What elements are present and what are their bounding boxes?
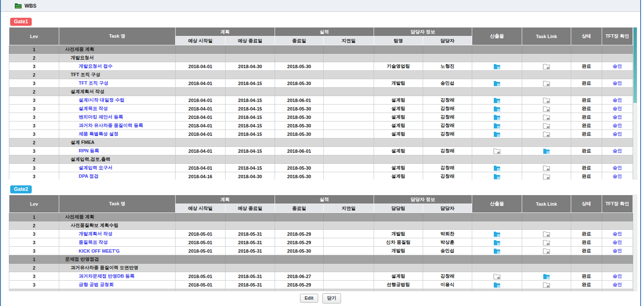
- col-header-status: 상태: [571, 195, 602, 213]
- gray-folder-icon[interactable]: [543, 231, 550, 237]
- blue-folder-icon[interactable]: [493, 231, 501, 237]
- col-header-actual-end: 종료일: [275, 204, 324, 213]
- approve-link[interactable]: 승인: [613, 174, 622, 179]
- table-row: 3개발요청서 접수2018-04-012018-04-302018-05-30기…: [9, 62, 633, 71]
- task-name-link[interactable]: 개발요청서 접수: [79, 63, 113, 69]
- vertical-scrollbar[interactable]: [633, 195, 637, 291]
- task-name-link[interactable]: 과거차문제점 반영DB 등록: [79, 273, 135, 278]
- task-name-link[interactable]: KICK OFF MEET'G: [79, 248, 120, 254]
- owner-cell: [423, 155, 472, 164]
- green-folder-icon: [15, 3, 22, 8]
- col-header-plan-start: 예상 시작일: [176, 204, 226, 213]
- tft-confirm-cell: [602, 264, 633, 272]
- delay-cell: [324, 96, 374, 105]
- task-link-cell: [522, 130, 571, 138]
- actual-end-cell: 2018-06-01: [275, 147, 324, 155]
- gray-folder-icon[interactable]: [543, 174, 550, 179]
- wbs-table: LevTask 명계획실적담당자 정보산출물Task Link상태TFT장 확인…: [9, 27, 633, 179]
- approve-link[interactable]: 승인: [613, 63, 622, 69]
- blue-folder-icon[interactable]: [493, 80, 501, 86]
- lev-cell: 3: [9, 230, 59, 238]
- task-name-link[interactable]: RPN 등록: [79, 148, 99, 153]
- blue-folder-icon[interactable]: [493, 240, 501, 245]
- approve-link[interactable]: 승인: [613, 123, 622, 128]
- approve-link[interactable]: 승인: [613, 106, 622, 111]
- task-name-link[interactable]: 과거차 유사차종 품질이력 등록: [79, 123, 143, 128]
- approve-link[interactable]: 승인: [613, 80, 622, 85]
- edit-button[interactable]: Edit: [300, 294, 318, 303]
- scrollbar-thumb[interactable]: [633, 28, 637, 103]
- approve-link[interactable]: 승인: [613, 240, 622, 245]
- task-name-link[interactable]: 설계입력 요구서: [79, 165, 113, 170]
- task-cell: 품질목표 작성: [59, 238, 176, 247]
- delay-cell: [324, 121, 374, 130]
- approve-link[interactable]: 승인: [613, 165, 622, 170]
- blue-folder-icon[interactable]: [493, 131, 501, 137]
- gray-folder-icon[interactable]: [543, 114, 550, 120]
- blue-folder-icon[interactable]: [493, 165, 501, 171]
- task-name-link[interactable]: TFT 조직 구성: [79, 80, 108, 85]
- blue-folder-icon[interactable]: [493, 282, 501, 288]
- task-name-link[interactable]: 제품 특별특성 설정: [79, 131, 118, 136]
- deliverable-cell: [472, 213, 522, 221]
- blue-folder-icon[interactable]: [493, 248, 501, 254]
- approve-link[interactable]: 승인: [613, 148, 622, 153]
- tft-confirm-cell: 승인: [602, 272, 633, 281]
- table-row: 2설계계획서 작성: [9, 88, 633, 96]
- gray-folder-icon[interactable]: [543, 106, 550, 112]
- gray-folder-icon[interactable]: [543, 80, 550, 86]
- actual-end-cell: 2018-05-30: [275, 172, 324, 180]
- lev-cell: 3: [9, 238, 59, 247]
- task-name-link[interactable]: DPA 점검: [79, 174, 99, 179]
- owner-cell: 김창래: [423, 105, 472, 113]
- task-name-link[interactable]: 설계/시작 대일정 수립: [79, 97, 124, 102]
- approve-link[interactable]: 승인: [613, 282, 622, 287]
- gray-folder-icon[interactable]: [493, 148, 501, 154]
- approve-link[interactable]: 승인: [613, 273, 622, 278]
- task-cell: DPA 점검: [59, 172, 176, 180]
- gray-folder-icon[interactable]: [543, 131, 550, 137]
- blue-folder-icon[interactable]: [493, 63, 501, 69]
- approve-link[interactable]: 승인: [613, 131, 622, 136]
- task-name-link[interactable]: 개발계획서 작성: [79, 231, 113, 236]
- gray-folder-icon[interactable]: [493, 273, 501, 279]
- close-button[interactable]: 닫기: [322, 293, 341, 303]
- owner-cell: [423, 255, 472, 264]
- delay-cell: [324, 247, 374, 255]
- blue-folder-icon[interactable]: [543, 273, 550, 279]
- task-name-link[interactable]: 금형 공법 공청회: [79, 282, 114, 287]
- approve-link[interactable]: 승인: [613, 248, 622, 253]
- blue-folder-icon[interactable]: [493, 123, 501, 129]
- owner-cell: 김창래: [423, 147, 472, 155]
- blue-folder-icon[interactable]: [543, 148, 550, 154]
- owner-cell: [423, 54, 472, 62]
- approve-link[interactable]: 승인: [613, 97, 622, 102]
- plan-start-cell: [176, 138, 226, 147]
- gray-folder-icon[interactable]: [543, 282, 550, 288]
- blue-folder-icon[interactable]: [493, 97, 501, 103]
- lev-cell: 3: [9, 247, 59, 255]
- gray-folder-icon[interactable]: [543, 240, 550, 245]
- task-name-link[interactable]: 품질목표 작성: [79, 240, 108, 245]
- blue-folder-icon[interactable]: [493, 106, 501, 112]
- task-link-cell: [522, 71, 571, 79]
- task-cell: 과거유사차종 품질이력 도면반영: [59, 264, 176, 272]
- gray-folder-icon[interactable]: [543, 123, 550, 129]
- task-link-cell: [522, 62, 571, 71]
- approve-link[interactable]: 승인: [613, 231, 622, 236]
- blue-folder-icon[interactable]: [493, 174, 501, 179]
- task-name-link[interactable]: 벤치마킹 제안서 등록: [79, 114, 123, 119]
- approve-link[interactable]: 승인: [613, 114, 622, 119]
- deliverable-cell: [472, 130, 522, 138]
- delay-cell: [324, 238, 374, 247]
- task-name-link[interactable]: 설계목표 작성: [79, 106, 108, 111]
- blue-folder-icon[interactable]: [493, 114, 501, 120]
- gate-badge: Gate1: [10, 18, 32, 26]
- deliverable-cell: [472, 96, 522, 105]
- table-row: 3RPN 등록2018-04-012018-04-152018-06-01설계팀…: [9, 147, 633, 155]
- gray-folder-icon[interactable]: [543, 165, 550, 171]
- gray-folder-icon[interactable]: [543, 63, 550, 69]
- gray-folder-icon[interactable]: [543, 97, 550, 103]
- gray-folder-icon[interactable]: [543, 248, 550, 254]
- vertical-scrollbar[interactable]: [633, 27, 637, 179]
